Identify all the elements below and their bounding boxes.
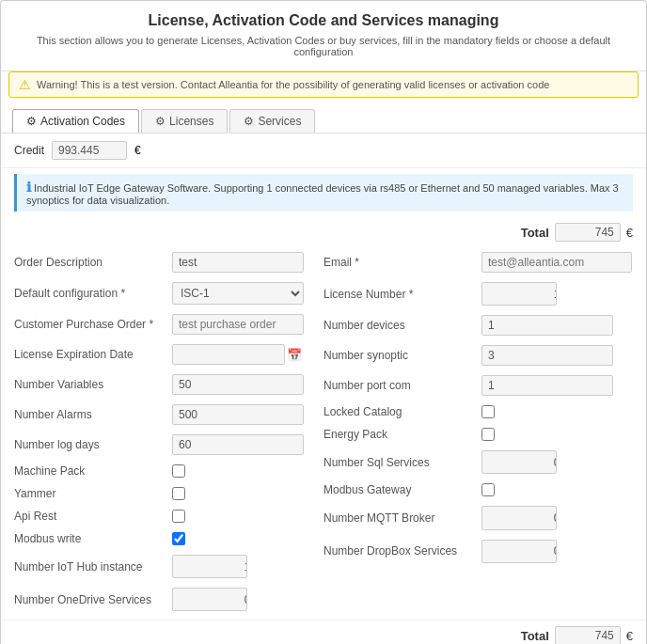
checkbox-machine-pack[interactable]	[172, 464, 185, 478]
label-license-expiration: License Expiration Date	[14, 348, 165, 361]
label-number-onedrive: Number OneDrive Services	[14, 593, 165, 606]
input-license-number[interactable]	[482, 285, 557, 304]
total-bottom-input	[555, 626, 621, 644]
form-row-number-port-com: Number port com	[324, 370, 633, 401]
total-bottom-label: Total	[521, 629, 549, 643]
form-row-number-sql: Number Sql Services ▲ ▼	[324, 446, 633, 479]
main-container: License, Activation Code and Services ma…	[0, 0, 647, 644]
input-email[interactable]	[481, 252, 632, 273]
checkbox-modbus-write[interactable]	[172, 532, 185, 545]
total-bottom-currency: €	[626, 629, 633, 643]
form-row-number-onedrive: Number OneDrive Services ▲ ▼	[14, 583, 324, 616]
checkbox-api-rest[interactable]	[172, 510, 185, 523]
label-number-sql: Number Sql Services	[324, 456, 474, 469]
input-customer-purchase[interactable]	[172, 314, 304, 335]
license-icon: ⚙	[155, 115, 166, 128]
input-number-devices[interactable]	[481, 315, 613, 336]
form-row-energy-pack: Energy Pack	[324, 423, 633, 446]
form-row-number-synoptic: Number synoptic	[324, 340, 633, 370]
tab-services[interactable]: ⚙ Services	[229, 109, 315, 133]
label-order-description: Order Description	[14, 256, 165, 269]
calendar-icon[interactable]: 📅	[287, 348, 302, 362]
form-row-number-variables: Number Variables	[14, 369, 324, 400]
label-machine-pack: Machine Pack	[14, 464, 165, 478]
input-number-dropbox[interactable]	[482, 542, 557, 560]
form-row-number-dropbox: Number DropBox Services ▲ ▼	[324, 535, 633, 568]
credit-label: Credit	[14, 144, 44, 157]
tab-licenses[interactable]: ⚙ Licenses	[141, 109, 228, 133]
total-top-input	[555, 223, 621, 242]
credit-input[interactable]	[52, 141, 127, 160]
input-number-sql[interactable]	[482, 453, 557, 472]
form-row-number-iot-hub: Number IoT Hub instance ▲ ▼	[14, 550, 324, 583]
label-number-alarms: Number Alarms	[14, 408, 165, 421]
label-number-devices: Number devices	[324, 319, 474, 332]
total-top-row: Total €	[1, 217, 646, 247]
form-grid: Order Description Default configuration …	[1, 247, 646, 616]
date-wrapper: 📅	[172, 344, 302, 365]
total-top-label: Total	[521, 226, 549, 240]
input-number-iot-hub[interactable]	[173, 558, 247, 576]
form-row-modbus-write: Modbus write	[14, 527, 324, 550]
label-customer-purchase: Customer Purchase Order *	[14, 318, 165, 331]
form-row-license-expiration: License Expiration Date 📅	[14, 339, 324, 369]
total-top-currency: €	[626, 226, 633, 240]
checkbox-yammer[interactable]	[172, 487, 185, 500]
form-row-order-description: Order Description	[14, 247, 324, 277]
page-title: License, Activation Code and Services ma…	[16, 12, 631, 29]
info-text: Industrial IoT Edge Gateway Software. Su…	[26, 182, 619, 206]
tab-activation-codes[interactable]: ⚙ Activation Codes	[12, 109, 139, 133]
select-default-config[interactable]: ISC-1	[172, 282, 304, 305]
label-email: Email *	[324, 256, 474, 269]
input-number-alarms[interactable]	[172, 404, 304, 425]
credit-currency: €	[134, 144, 141, 157]
label-yammer: Yammer	[14, 487, 165, 500]
spinner-license-number: ▲ ▼	[481, 282, 557, 306]
form-right-column: Email * License Number * ▲ ▼ Number devi…	[324, 247, 633, 616]
label-number-log-days: Number log days	[14, 438, 165, 451]
form-row-number-alarms: Number Alarms	[14, 400, 324, 430]
form-row-modbus-gateway: Modbus Gateway	[324, 479, 633, 501]
warning-text: Warning! This is a test version. Contact…	[37, 79, 549, 90]
label-locked-catalog: Locked Catalog	[324, 405, 474, 418]
spinner-number-iot-hub: ▲ ▼	[172, 555, 247, 578]
input-number-mqtt[interactable]	[482, 509, 557, 527]
services-icon: ⚙	[244, 115, 254, 128]
input-order-description[interactable]	[172, 252, 304, 273]
input-number-variables[interactable]	[172, 374, 304, 395]
tab-services-label: Services	[258, 115, 301, 128]
label-modbus-gateway: Modbus Gateway	[324, 483, 474, 496]
info-icon: ℹ	[26, 180, 31, 195]
checkbox-locked-catalog[interactable]	[481, 405, 495, 418]
label-modbus-write: Modbus write	[14, 532, 165, 545]
tabs-container: ⚙ Activation Codes ⚙ Licenses ⚙ Services	[1, 102, 646, 134]
input-number-onedrive[interactable]	[173, 590, 247, 609]
form-row-license-number: License Number * ▲ ▼	[324, 277, 633, 310]
checkbox-modbus-gateway[interactable]	[481, 483, 495, 496]
spinner-number-dropbox: ▲ ▼	[481, 540, 557, 563]
label-number-synoptic: Number synoptic	[324, 349, 474, 362]
form-row-yammer: Yammer	[14, 482, 324, 505]
form-row-default-config: Default configuration * ISC-1	[14, 277, 324, 309]
key-icon: ⚙	[26, 115, 37, 128]
label-number-variables: Number Variables	[14, 378, 165, 391]
tab-activation-label: Activation Codes	[40, 115, 125, 128]
label-energy-pack: Energy Pack	[324, 428, 474, 441]
checkbox-energy-pack[interactable]	[481, 428, 495, 441]
spinner-number-mqtt: ▲ ▼	[481, 506, 557, 529]
spinner-number-sql: ▲ ▼	[481, 450, 557, 474]
info-box: ℹ Industrial IoT Edge Gateway Software. …	[14, 174, 633, 212]
input-number-log-days[interactable]	[172, 434, 304, 455]
form-row-machine-pack: Machine Pack	[14, 460, 324, 482]
total-bottom-row: Total €	[1, 620, 646, 644]
form-row-number-mqtt: Number MQTT Broker ▲ ▼	[324, 501, 633, 534]
warning-icon: ⚠	[19, 77, 31, 92]
input-number-port-com[interactable]	[481, 375, 613, 396]
input-license-expiration[interactable]	[172, 344, 285, 365]
label-number-mqtt: Number MQTT Broker	[324, 511, 474, 525]
label-license-number: License Number *	[324, 288, 474, 301]
form-row-customer-purchase: Customer Purchase Order *	[14, 309, 324, 339]
header: License, Activation Code and Services ma…	[1, 1, 646, 71]
input-number-synoptic[interactable]	[481, 345, 613, 366]
label-number-port-com: Number port com	[324, 379, 474, 392]
